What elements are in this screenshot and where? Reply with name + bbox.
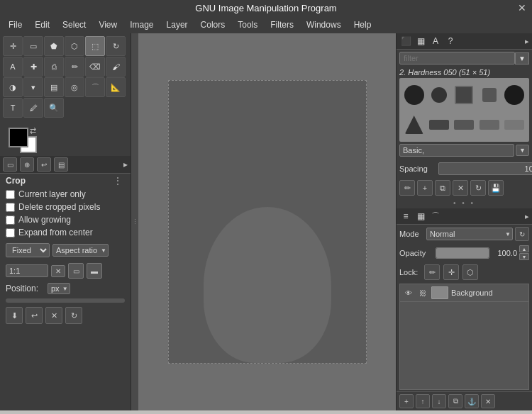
brush-fonts-icon[interactable]: A	[429, 35, 442, 47]
brush-filter-dropdown[interactable]: ▼	[515, 52, 529, 65]
tool-crop[interactable]: ⬚	[85, 36, 105, 56]
tool-options-expand[interactable]: ▸	[123, 160, 128, 169]
tool-paint[interactable]: 🖌	[106, 57, 126, 77]
tool-rotate[interactable]: ↻	[106, 36, 126, 56]
ratio-landscape-btn[interactable]: ▬	[87, 263, 102, 279]
brush-thumb-stroke2[interactable]	[454, 120, 474, 130]
paths-panel-icon[interactable]: ⌒	[429, 210, 442, 223]
delete-layer-btn[interactable]: ✕	[481, 394, 495, 408]
tool-dodge[interactable]: ◑	[3, 77, 23, 97]
layer-item[interactable]: 👁 ⛓ Background	[400, 284, 528, 302]
menu-item-image[interactable]: Image	[124, 18, 159, 32]
brush-type-input[interactable]	[399, 144, 514, 157]
canvas[interactable]	[168, 80, 367, 364]
new-layer-btn[interactable]: +	[399, 394, 414, 408]
delete-preset-btn[interactable]: ✕	[45, 307, 62, 324]
current-layer-checkbox[interactable]	[6, 190, 15, 199]
mode-cycle-btn[interactable]: ↻	[515, 227, 529, 241]
ratio-input[interactable]	[6, 264, 48, 277]
tool-blur[interactable]: ◎	[65, 77, 84, 97]
layer-link-btn[interactable]: ⛓	[417, 287, 428, 298]
menu-item-help[interactable]: Help	[348, 18, 377, 32]
tool-move[interactable]: ✛	[3, 36, 23, 56]
aspect-select[interactable]: Aspect ratio Width Height	[52, 244, 109, 257]
tool-heal[interactable]: ✚	[23, 57, 43, 77]
allow-growing-checkbox[interactable]	[6, 216, 15, 225]
brush-patterns-icon[interactable]: ▦	[414, 35, 427, 47]
menu-item-view[interactable]: View	[93, 18, 123, 32]
tool-measure[interactable]: 📐	[106, 77, 126, 97]
duplicate-layer-btn[interactable]: ⧉	[448, 394, 462, 408]
refresh-brush-btn[interactable]: ↻	[470, 180, 486, 196]
opacity-slider[interactable]	[436, 247, 489, 259]
tool-gradient[interactable]: ▤	[44, 77, 64, 97]
brush-thumb-3[interactable]	[455, 86, 473, 104]
brush-panel-expand[interactable]: ▸	[525, 37, 529, 46]
opacity-up-btn[interactable]: ▲	[519, 245, 529, 252]
menu-item-select[interactable]: Select	[57, 18, 92, 32]
menu-item-tools[interactable]: Tools	[232, 18, 263, 32]
lock-pixels-btn[interactable]: ✏	[424, 264, 440, 280]
fixed-select[interactable]: Fixed Width Height	[6, 243, 50, 257]
layer-visibility-btn[interactable]: 👁	[403, 287, 414, 298]
brush-thumb-5[interactable]	[504, 85, 524, 105]
tool-bucket[interactable]: ▾	[23, 77, 43, 97]
foreground-color[interactable]	[9, 128, 28, 147]
menu-item-layer[interactable]: Layer	[161, 18, 194, 32]
raise-layer-btn[interactable]: ↑	[416, 394, 430, 408]
brush-thumb-star[interactable]	[405, 116, 423, 134]
tool-paths[interactable]: ⌒	[85, 77, 105, 97]
pos-unit-wrapper[interactable]: px ▼	[48, 283, 70, 294]
save-brush-btn[interactable]: 💾	[488, 180, 504, 196]
lower-layer-btn[interactable]: ↓	[432, 394, 446, 408]
brush-icon[interactable]: ⬛	[399, 35, 412, 47]
tool-color-pick[interactable]: 🖉	[23, 98, 43, 118]
opacity-down-btn[interactable]: ▼	[519, 253, 529, 260]
tool-text2[interactable]: T	[3, 98, 23, 118]
position-slider[interactable]	[6, 298, 125, 303]
brush-thumb-1[interactable]	[404, 85, 424, 105]
brush-thumb-4[interactable]	[482, 88, 497, 102]
ratio-portrait-btn[interactable]: ▭	[68, 263, 84, 279]
canvas-area[interactable]	[138, 33, 396, 410]
tool-options-icon3[interactable]: ↩	[37, 157, 51, 172]
delete-brush-btn[interactable]: ✕	[453, 180, 468, 196]
brush-thumb-stroke3[interactable]	[480, 120, 499, 130]
brush-thumb-stroke4[interactable]	[504, 120, 524, 130]
brush-thumb-2[interactable]	[431, 87, 447, 103]
restore-btn[interactable]: ↻	[65, 307, 82, 324]
opacity-value-input[interactable]	[492, 249, 517, 257]
menu-item-edit[interactable]: Edit	[29, 18, 55, 32]
swap-colors-icon[interactable]: ⇄	[30, 126, 36, 135]
new-brush-btn[interactable]: +	[417, 180, 433, 196]
close-button[interactable]: ✕	[518, 2, 526, 13]
ratio-clear-btn[interactable]: ✕	[51, 265, 65, 277]
tool-free-select[interactable]: ⬟	[44, 36, 64, 56]
tool-fuzzy-select[interactable]: ⬡	[65, 36, 84, 56]
layers-icon[interactable]: ≡	[399, 210, 412, 223]
duplicate-brush-btn[interactable]: ⧉	[435, 180, 450, 196]
mode-select[interactable]: Normal Dissolve Multiply Screen	[426, 228, 513, 240]
more-options-btn[interactable]: ⋮	[113, 176, 125, 186]
menu-item-colors[interactable]: Colors	[195, 18, 231, 32]
delete-cropped-checkbox[interactable]	[6, 203, 15, 212]
edit-brush-btn[interactable]: ✏	[399, 180, 415, 196]
collapse-handle[interactable]: ⋮	[131, 33, 138, 410]
menu-item-filters[interactable]: Filters	[265, 18, 299, 32]
brush-type-dropdown-btn[interactable]: ▼	[516, 145, 529, 156]
spacing-value-input[interactable]	[438, 162, 532, 175]
reset-options-btn[interactable]: ↩	[26, 307, 43, 324]
expand-from-center-checkbox[interactable]	[6, 228, 15, 237]
tool-options-icon1[interactable]: ▭	[3, 157, 17, 172]
brush-thumb-stroke1[interactable]	[429, 120, 449, 130]
brush-filter-input[interactable]	[399, 52, 515, 65]
tool-rect-select[interactable]: ▭	[23, 36, 43, 56]
tool-zoom[interactable]: 🔍	[44, 98, 64, 118]
channels-icon[interactable]: ▦	[414, 210, 427, 223]
layers-panel-expand[interactable]: ▸	[525, 212, 529, 221]
lock-alpha-btn[interactable]: ⬡	[462, 264, 478, 280]
tool-pencil[interactable]: ✏	[65, 57, 84, 77]
brush-help-icon[interactable]: ?	[444, 35, 457, 47]
tool-options-icon2[interactable]: ⊕	[20, 157, 34, 172]
tool-text[interactable]: A	[3, 57, 23, 77]
